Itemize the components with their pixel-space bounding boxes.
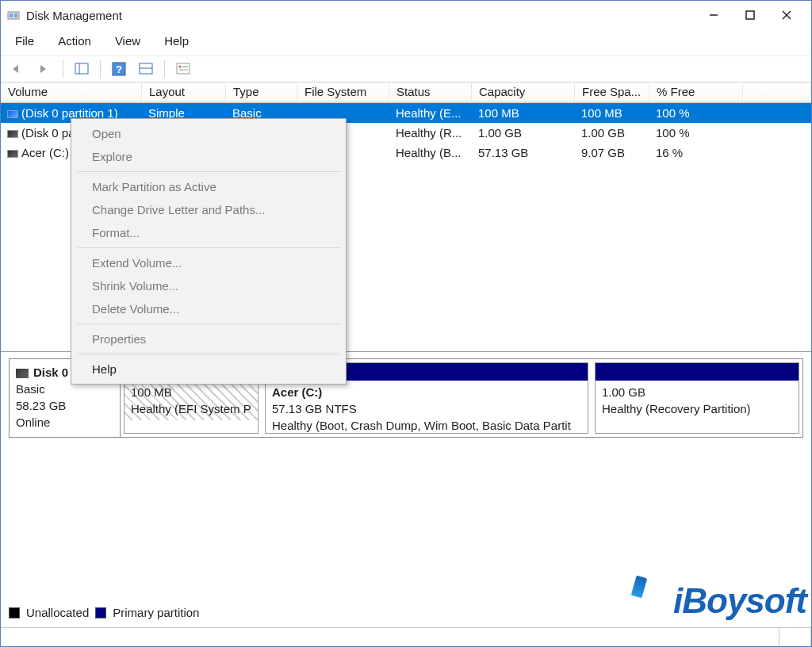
col-pctfree[interactable]: % Free — [649, 82, 743, 102]
cell-pct: 100 % — [649, 106, 743, 120]
ctx-mark-active[interactable]: Mark Partition as Active — [73, 175, 344, 198]
col-type[interactable]: Type — [226, 82, 297, 102]
cell-cap: 57.13 GB — [472, 146, 575, 159]
col-status[interactable]: Status — [389, 82, 472, 102]
ctx-properties[interactable]: Properties — [73, 327, 344, 350]
cell-pct: 100 % — [649, 126, 743, 140]
menubar: File Action View Help — [1, 29, 811, 56]
cell-free: 9.07 GB — [575, 146, 649, 159]
disk-vol-size: 57.13 GB NTFS — [272, 400, 581, 417]
ctx-separator — [78, 324, 339, 324]
cell-cap: 1.00 GB — [472, 126, 575, 140]
col-freespace[interactable]: Free Spa... — [575, 82, 649, 102]
titlebar: Disk Management — [1, 1, 811, 29]
svg-rect-7 — [75, 63, 88, 74]
cell-free: 1.00 GB — [575, 126, 649, 140]
ctx-explore[interactable]: Explore — [73, 145, 344, 168]
disk-state: Online — [16, 414, 113, 431]
cell-pct: 16 % — [649, 146, 743, 159]
disk-vol-title: Acer (C:) — [272, 385, 322, 399]
menu-action[interactable]: Action — [53, 33, 96, 49]
disk-vol-status: Healthy (Recovery Partition) — [602, 400, 792, 417]
volume-icon — [7, 150, 18, 158]
ctx-format[interactable]: Format... — [73, 221, 344, 244]
volume-body: 1.00 GB Healthy (Recovery Partition) — [596, 381, 799, 420]
svg-rect-2 — [14, 13, 17, 17]
window-title: Disk Management — [26, 9, 695, 22]
ctx-separator — [78, 354, 339, 354]
col-volume[interactable]: Volume — [1, 82, 142, 102]
menu-file[interactable]: File — [10, 33, 39, 49]
volume-band — [596, 363, 799, 381]
help-icon[interactable]: ? — [109, 59, 129, 78]
volume-body: Acer (C:) 57.13 GB NTFS Healthy (Boot, C… — [266, 381, 588, 437]
ctx-shrink[interactable]: Shrink Volume... — [73, 274, 344, 297]
volume-icon — [7, 110, 18, 118]
ctx-separator — [78, 247, 339, 248]
context-menu: Open Explore Mark Partition as Active Ch… — [71, 118, 347, 385]
cell-status: Healthy (E... — [389, 106, 472, 120]
disk-vol-size: 100 MB — [131, 384, 251, 400]
volume-icon — [7, 130, 18, 138]
legend-label: Unallocated — [26, 606, 89, 619]
legend-label: Primary partition — [113, 606, 199, 619]
panel2-icon[interactable] — [136, 59, 156, 78]
toolbar-separator — [100, 60, 101, 78]
ctx-open[interactable]: Open — [73, 122, 344, 145]
menu-view[interactable]: View — [110, 33, 145, 49]
col-filler — [743, 82, 811, 102]
disk-vol-size: 1.00 GB — [602, 384, 792, 400]
ctx-help[interactable]: Help — [73, 358, 344, 381]
col-layout[interactable]: Layout — [142, 82, 226, 102]
disk-vol-status: Healthy (Boot, Crash Dump, Wim Boot, Bas… — [272, 417, 581, 434]
svg-rect-4 — [746, 11, 754, 19]
svg-point-14 — [179, 66, 182, 68]
statusbar-cell — [779, 628, 811, 646]
legend: Unallocated Primary partition — [9, 606, 199, 619]
disk-vol-status: Healthy (EFI System P — [131, 400, 251, 417]
panel-icon[interactable] — [71, 59, 92, 78]
col-capacity[interactable]: Capacity — [472, 82, 575, 102]
forward-button[interactable] — [34, 59, 55, 78]
maximize-button[interactable] — [732, 3, 768, 27]
volume-body: 100 MB Healthy (EFI System P — [124, 381, 258, 420]
disk-icon — [16, 369, 29, 378]
ctx-change-letter[interactable]: Change Drive Letter and Paths... — [73, 198, 344, 221]
svg-rect-1 — [10, 13, 13, 17]
ctx-delete[interactable]: Delete Volume... — [73, 297, 344, 320]
back-button[interactable] — [7, 59, 28, 78]
minimize-button[interactable] — [695, 3, 732, 27]
legend-swatch-primary — [95, 607, 106, 618]
svg-rect-13 — [177, 63, 190, 74]
cell-free: 100 MB — [575, 106, 649, 120]
cell-status: Healthy (R... — [389, 126, 472, 140]
volume-name: Acer (C:) — [21, 146, 69, 159]
cell-cap: 100 MB — [472, 106, 575, 120]
watermark-accent-icon — [631, 576, 648, 599]
menu-help[interactable]: Help — [159, 33, 193, 49]
list-icon[interactable] — [173, 59, 193, 78]
app-icon — [7, 9, 20, 21]
cell-status: Healthy (B... — [389, 146, 472, 159]
ctx-extend[interactable]: Extend Volume... — [73, 251, 344, 274]
disk-size: 58.23 GB — [16, 397, 113, 414]
statusbar-cell — [1, 628, 779, 646]
statusbar — [1, 627, 811, 646]
volume-table-header: Volume Layout Type File System Status Ca… — [1, 82, 811, 103]
close-button[interactable] — [768, 3, 805, 27]
watermark: iBoysoft — [673, 581, 806, 621]
svg-text:?: ? — [116, 63, 122, 75]
ctx-separator — [78, 171, 339, 172]
toolbar-separator — [63, 60, 63, 78]
toolbar: ? — [1, 56, 811, 82]
col-filesystem[interactable]: File System — [297, 82, 389, 102]
disk-volume-block[interactable]: 1.00 GB Healthy (Recovery Partition) — [595, 362, 799, 434]
legend-swatch-unallocated — [9, 607, 20, 618]
toolbar-separator — [164, 60, 165, 78]
